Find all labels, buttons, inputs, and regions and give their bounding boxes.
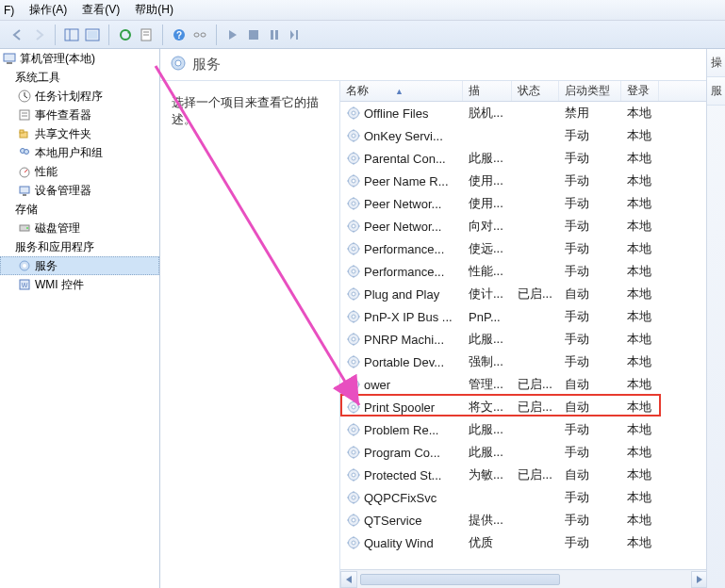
export-button[interactable]: [83, 25, 102, 44]
service-start: 自动: [559, 399, 621, 416]
service-name: Peer Name R...: [364, 174, 449, 188]
service-desc: 优质: [463, 534, 512, 551]
service-row[interactable]: OnKey Servi...手动本地: [340, 124, 725, 147]
service-row[interactable]: Problem Re...此服...手动本地: [340, 418, 725, 441]
tree-item[interactable]: 本地用户和组: [0, 143, 159, 162]
service-name: Plug and Play: [364, 287, 439, 302]
service-row[interactable]: Portable Dev...强制...手动本地: [340, 351, 725, 373]
service-row[interactable]: Quality Wind优质手动本地: [340, 531, 725, 554]
menu-view[interactable]: 查看(V): [82, 2, 120, 18]
tree-item[interactable]: 事件查看器: [0, 106, 159, 124]
service-row[interactable]: Protected St...为敏...已启...自动本地: [340, 464, 725, 486]
service-logon: 本地: [621, 376, 659, 393]
service-start: 手动: [559, 218, 621, 235]
refresh-button[interactable]: [116, 25, 135, 44]
action-tab[interactable]: 操: [707, 49, 725, 77]
tree-item[interactable]: WWMI 控件: [0, 275, 159, 294]
tree-root[interactable]: 算机管理(本地): [0, 49, 159, 68]
service-row[interactable]: Print Spooler将文...已启...自动本地: [340, 396, 725, 418]
services-header: 服务: [160, 49, 725, 81]
service-row[interactable]: Parental Con...此服...手动本地: [340, 147, 725, 170]
column-startup-type[interactable]: 启动类型: [559, 81, 621, 101]
service-icon: [346, 286, 361, 302]
service-row[interactable]: Offline Files脱机...禁用本地: [340, 102, 725, 124]
play-button[interactable]: [223, 25, 242, 44]
service-row[interactable]: Plug and Play使计...已启...自动本地: [340, 283, 725, 305]
menu-action[interactable]: 操作(A): [29, 2, 67, 18]
menu-file[interactable]: F): [4, 4, 14, 17]
pause-button[interactable]: [265, 25, 284, 44]
svg-point-39: [175, 60, 181, 66]
svg-point-53: [352, 156, 355, 160]
svg-rect-17: [7, 62, 12, 64]
forward-button[interactable]: [29, 25, 48, 44]
service-start: 自动: [559, 376, 621, 393]
menu-help[interactable]: 帮助(H): [135, 2, 173, 18]
service-row[interactable]: Performance...性能...手动本地: [340, 260, 725, 283]
svg-rect-10: [194, 33, 199, 37]
tree-item[interactable]: 任务计划程序: [0, 87, 159, 106]
gear-icon: [17, 258, 32, 273]
column-logon[interactable]: 登录: [621, 81, 659, 101]
service-name: Offline Files: [364, 106, 428, 121]
service-status: 已启...: [512, 286, 559, 302]
properties-button[interactable]: [137, 25, 156, 44]
service-row[interactable]: Peer Networ...使用...手动本地: [340, 192, 725, 215]
tree-group[interactable]: 系统工具: [0, 68, 159, 87]
service-desc: 此服...: [463, 421, 512, 438]
service-row[interactable]: PnP-X IP Bus ...PnP...手动本地: [340, 305, 725, 328]
service-row[interactable]: Program Co...此服...手动本地: [340, 441, 725, 464]
show-hide-tree-button[interactable]: [62, 25, 81, 44]
svg-point-137: [352, 473, 355, 477]
tree-item[interactable]: 设备管理器: [0, 181, 159, 200]
stop-button[interactable]: [244, 25, 263, 44]
svg-rect-12: [249, 30, 258, 40]
column-description[interactable]: 描: [463, 81, 512, 101]
services-list[interactable]: 名称▲ 描 状态 启动类型 登录 Offline Files脱机...禁用本地O…: [339, 81, 725, 588]
help-button[interactable]: ?: [170, 25, 189, 44]
column-status[interactable]: 状态: [512, 81, 559, 101]
service-logon: 本地: [621, 218, 659, 235]
svg-point-89: [352, 292, 355, 296]
svg-point-143: [352, 496, 355, 499]
tree-item[interactable]: 磁盘管理: [0, 219, 159, 237]
event-icon: [17, 107, 32, 122]
service-row[interactable]: QTService提供...手动本地: [340, 509, 725, 531]
service-row[interactable]: Performance...使远...手动本地: [340, 237, 725, 260]
link-button[interactable]: [190, 25, 209, 44]
service-desc: 使用...: [463, 195, 512, 212]
service-name: Portable Dev...: [364, 355, 444, 369]
tree-group[interactable]: 存储: [0, 200, 159, 219]
tree-group[interactable]: 服务和应用程序: [0, 237, 159, 256]
column-name[interactable]: 名称▲: [340, 81, 463, 101]
service-row[interactable]: PNRP Machi...此服...手动本地: [340, 328, 725, 351]
service-desc: 此服...: [463, 331, 512, 348]
service-icon: [346, 196, 361, 211]
svg-point-95: [352, 315, 355, 318]
scroll-left-button[interactable]: [340, 571, 357, 588]
service-name: ower: [364, 378, 390, 392]
services-tab[interactable]: 服: [707, 77, 725, 106]
back-button[interactable]: [8, 25, 27, 44]
service-row[interactable]: Peer Networ...向对...手动本地: [340, 215, 725, 237]
column-headers[interactable]: 名称▲ 描 状态 启动类型 登录: [340, 81, 725, 102]
service-start: 手动: [559, 150, 621, 167]
svg-point-27: [25, 150, 29, 155]
svg-point-155: [352, 541, 355, 545]
service-logon: 本地: [621, 105, 659, 122]
service-logon: 本地: [621, 127, 659, 144]
scroll-thumb-h[interactable]: [360, 574, 560, 585]
tree-item-label: 共享文件夹: [35, 126, 91, 142]
service-row[interactable]: Peer Name R...使用...手动本地: [340, 170, 725, 192]
horizontal-scrollbar[interactable]: [340, 569, 708, 588]
navigation-tree[interactable]: 算机管理(本地) 系统工具任务计划程序事件查看器共享文件夹本地用户和组性能设备管…: [0, 49, 160, 588]
restart-button[interactable]: [286, 25, 305, 44]
tree-item[interactable]: 服务: [0, 256, 159, 275]
service-desc: 此服...: [463, 150, 512, 167]
svg-point-107: [352, 360, 355, 364]
service-logon: 本地: [621, 489, 659, 506]
tree-item[interactable]: 性能: [0, 162, 159, 181]
service-row[interactable]: ower管理...已启...自动本地: [340, 373, 725, 396]
service-row[interactable]: QQPCFixSvc手动本地: [340, 486, 725, 509]
tree-item[interactable]: 共享文件夹: [0, 124, 159, 143]
